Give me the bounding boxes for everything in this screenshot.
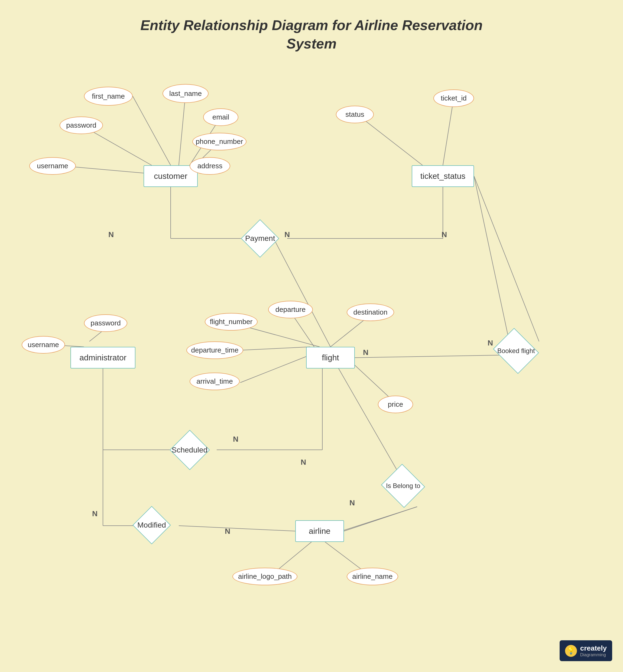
svg-line-14 — [274, 238, 330, 347]
attr-password-customer: password — [60, 117, 103, 134]
attr-username-admin: username — [22, 336, 65, 354]
creately-brand-name: creately — [580, 644, 607, 652]
n-label-4: N — [487, 339, 493, 347]
n-label-10: N — [225, 527, 230, 536]
rel-scheduled: Scheduled — [170, 430, 210, 470]
attr-email: email — [203, 108, 238, 126]
rel-booked-flight: Booked flight — [493, 328, 539, 374]
n-label-6: N — [233, 435, 238, 444]
rel-payment: Payment — [241, 219, 279, 257]
n-label-2: N — [285, 230, 290, 239]
attr-arrival-time: arrival_time — [189, 373, 240, 390]
attr-status: status — [336, 106, 374, 123]
attr-flight-number: flight_number — [205, 313, 258, 330]
svg-line-21 — [355, 355, 509, 358]
creately-logo: 💡 creately Diagramming — [560, 640, 612, 661]
svg-line-13 — [474, 176, 509, 342]
rel-is-belong-to: Is Belong to — [381, 464, 425, 508]
svg-line-8 — [357, 114, 422, 165]
n-label-9: N — [92, 509, 97, 518]
attr-last-name: last_name — [162, 84, 209, 103]
svg-line-18 — [243, 347, 310, 350]
attr-departure: departure — [268, 301, 313, 318]
entity-administrator: administrator — [70, 347, 136, 369]
svg-line-34 — [179, 526, 295, 531]
entity-customer: customer — [144, 165, 198, 187]
n-label-3: N — [442, 230, 447, 239]
entity-ticket-status: ticket_status — [412, 165, 474, 187]
attr-username-customer: username — [29, 157, 76, 175]
svg-line-1 — [179, 93, 185, 165]
attr-airline-logo-path: airline_logo_path — [232, 568, 297, 585]
svg-line-22 — [474, 176, 539, 342]
attr-first-name: first_name — [84, 87, 133, 106]
attr-price: price — [378, 396, 413, 413]
n-label-7: N — [301, 458, 306, 467]
attr-password-admin: password — [84, 314, 127, 332]
entity-airline: airline — [295, 520, 344, 542]
attr-ticket-id: ticket_id — [434, 89, 474, 107]
n-label-8: N — [349, 499, 355, 507]
svg-line-29 — [338, 369, 401, 477]
svg-line-30 — [341, 507, 417, 531]
svg-line-7 — [443, 98, 454, 165]
attr-phone-number: phone_number — [192, 133, 246, 150]
svg-line-19 — [240, 355, 310, 383]
creately-sub-label: Diagramming — [580, 652, 607, 658]
n-label-5: N — [363, 348, 368, 357]
n-label-1: N — [108, 230, 114, 239]
attr-airline-name: airline_name — [347, 568, 398, 585]
diagram-title: Entity Relationship Diagram for Airline … — [0, 0, 623, 53]
attr-address: address — [189, 157, 230, 175]
attr-destination: destination — [347, 303, 394, 321]
svg-line-0 — [133, 96, 171, 165]
entity-flight: flight — [306, 347, 355, 369]
svg-line-31 — [344, 507, 417, 531]
attr-departure-time: departure_time — [186, 342, 243, 359]
creately-bulb-icon: 💡 — [565, 645, 577, 657]
rel-modified: Modified — [132, 506, 171, 544]
